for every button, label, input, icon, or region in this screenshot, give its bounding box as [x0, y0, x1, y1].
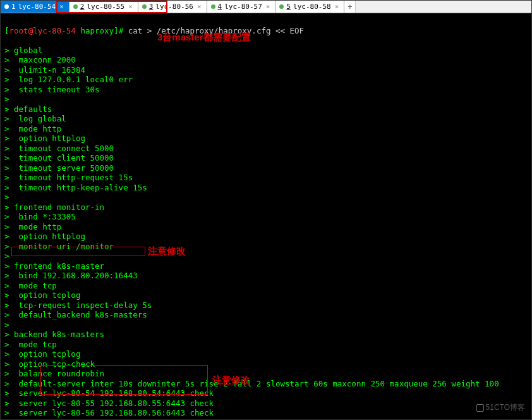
- terminal-line: > frontend k8s-master: [4, 261, 528, 271]
- terminal-line: > timeout connect 5000: [4, 144, 528, 154]
- prompt-line: [root@lyc-80-54 haproxy]# cat > /etc/hap…: [4, 26, 528, 36]
- tab-4[interactable]: 4 lyc-80-57 ×: [207, 1, 276, 13]
- tab-3[interactable]: 3 lyc-80-56 ×: [138, 1, 207, 13]
- terminal-line: > timeout http-request 15s: [4, 173, 528, 183]
- terminal-line: > default-server inter 10s downinter 5s …: [4, 379, 528, 389]
- status-dot-icon: [279, 4, 284, 9]
- terminal-line: > option httplog: [4, 133, 528, 144]
- status-dot-icon: [73, 4, 78, 9]
- terminal-line: >: [4, 320, 528, 330]
- close-icon[interactable]: ×: [196, 3, 203, 11]
- tab-num: 3: [149, 3, 154, 11]
- annotation-mid: 注意修改: [148, 246, 186, 256]
- terminal-line: > log global: [4, 114, 528, 124]
- tab-5[interactable]: 5 lyc-80-58 ×: [275, 1, 344, 13]
- terminal-line: > server lyc-80-55 192.168.80.55:6443 ch…: [4, 398, 528, 409]
- terminal-line: > timeout server 50000: [4, 163, 528, 173]
- terminal-line: >: [4, 192, 528, 202]
- tab-label: lyc-80-57: [224, 3, 262, 11]
- watermark-icon: [476, 404, 484, 412]
- status-dot-icon: [211, 4, 215, 9]
- close-icon[interactable]: ×: [127, 3, 134, 11]
- terminal-line: > defaults: [4, 104, 528, 114]
- status-dot-icon: [142, 4, 147, 9]
- terminal-line: > mode tcp: [4, 281, 528, 291]
- tab-label: lyc-80-58: [293, 3, 331, 11]
- terminal-line: > EOF: [4, 418, 528, 421]
- tab-bar: 1 lyc-80-54 × 2 lyc-80-55 × 3 lyc-80-56 …: [1, 1, 531, 13]
- tab-label: lyc-80-54: [18, 3, 56, 11]
- terminal-line: > server lyc-80-54 192.168.80.54:6443 ch…: [4, 388, 528, 398]
- watermark-text: 51CTO博客: [486, 402, 525, 413]
- close-icon[interactable]: ×: [334, 3, 341, 11]
- terminal-line: >: [4, 94, 528, 104]
- terminal-line: > monitor-uri /monitor: [4, 242, 528, 252]
- terminal-line: > global: [4, 46, 528, 56]
- tab-num: 1: [11, 3, 16, 11]
- terminal-line: > default_backend k8s-masters: [4, 310, 528, 320]
- tab-num: 5: [286, 3, 291, 11]
- terminal-line: >: [4, 251, 528, 261]
- terminal-line: > option tcplog: [4, 290, 528, 300]
- tab-2[interactable]: 2 lyc-80-55 ×: [70, 1, 138, 13]
- terminal-line: > option httplog: [4, 232, 528, 242]
- terminal-line: > stats timeout 30s: [4, 85, 528, 95]
- terminal-line: > maxconn 2000: [4, 55, 528, 65]
- tab-1[interactable]: 1 lyc-80-54 ×: [1, 1, 70, 13]
- status-dot-icon: [4, 4, 9, 9]
- terminal-output[interactable]: [root@lyc-80-54 haproxy]# cat > /etc/hap…: [1, 13, 531, 420]
- terminal-line: > option tcp-check: [4, 359, 528, 369]
- terminal-line: > log 127.0.0.1 local0 err: [4, 75, 528, 85]
- terminal-line: > tcp-request inspect-delay 5s: [4, 300, 528, 311]
- watermark: 51CTO博客: [476, 402, 525, 413]
- annotation-bottom: 注意修改: [212, 375, 250, 385]
- close-icon[interactable]: ×: [265, 3, 272, 11]
- terminal-line: > ulimit-n 16384: [4, 65, 528, 75]
- terminal-line: > frontend monitor-in: [4, 202, 528, 213]
- terminal-line: > mode tcp: [4, 340, 528, 350]
- terminal-line: > bind 192.168.80.200:16443: [4, 271, 528, 281]
- tab-label: lyc-80-56: [155, 3, 193, 11]
- add-tab-button[interactable]: +: [344, 1, 356, 13]
- terminal-line: > backend k8s-masters: [4, 330, 528, 340]
- close-icon[interactable]: ×: [58, 3, 65, 11]
- tab-label: lyc-80-55: [87, 3, 124, 11]
- terminal-line: > timeout client 50000: [4, 153, 528, 163]
- terminal-line: > bind *:33305: [4, 212, 528, 222]
- tab-num: 4: [218, 3, 222, 11]
- terminal-line: > balance roundrobin: [4, 369, 528, 379]
- terminal-line: > option tcplog: [4, 349, 528, 359]
- terminal-line: > mode http: [4, 124, 528, 134]
- terminal-line: > mode http: [4, 222, 528, 232]
- tab-num: 2: [80, 3, 85, 11]
- terminal-line: > server lyc-80-56 192.168.80.56:6443 ch…: [4, 408, 528, 418]
- terminal-line: > timeout http-keep-alive 15s: [4, 183, 528, 193]
- annotation-top: 3台master都需要配置: [157, 32, 251, 42]
